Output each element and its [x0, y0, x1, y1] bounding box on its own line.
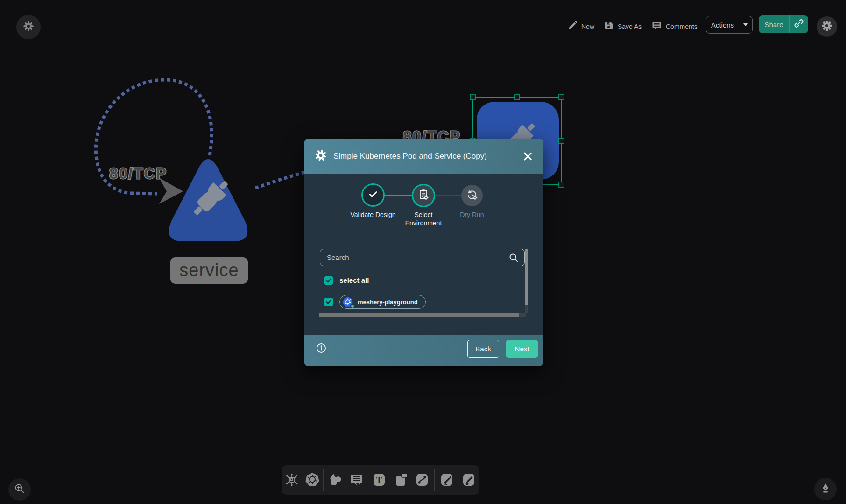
actions-caret-button[interactable]: [739, 23, 752, 26]
actions-dropdown-label: Actions: [706, 21, 739, 29]
step-dry-run: [461, 185, 483, 206]
step-connector-done: [385, 195, 412, 196]
zoom-in-button[interactable]: [8, 478, 31, 501]
fountain-pen-icon: [820, 483, 831, 496]
step-label-dry-run: Dry Run: [446, 210, 498, 219]
step-label-validate-design: Validate Design: [347, 210, 399, 219]
kubernetes-icon: [342, 296, 353, 308]
service-node-label: service: [179, 260, 239, 280]
history-gear-icon: [466, 189, 478, 203]
link-icon: [794, 18, 804, 30]
kubernetes-icon[interactable]: [304, 472, 320, 488]
modal-header: Simple Kubernetes Pod and Service (Copy): [304, 139, 543, 174]
share-button-label: Share: [759, 21, 789, 28]
step-select-environment[interactable]: [412, 184, 435, 207]
modal-body: Validate Design Select Environment Dry R…: [304, 174, 543, 335]
copy-link-button[interactable]: [790, 18, 808, 30]
environment-search-box: [320, 249, 525, 266]
sketch-icon[interactable]: [461, 472, 477, 488]
modal-footer: Back Next: [304, 335, 543, 366]
shapes-icon[interactable]: [327, 472, 343, 488]
comment-icon[interactable]: [349, 472, 365, 488]
actions-dropdown[interactable]: Actions: [706, 16, 753, 34]
meshery-design-canvas-app: 80/TCP 80/TCP service: [0, 0, 846, 504]
pencil-icon: [568, 21, 577, 32]
environment-chip[interactable]: meshery-playground: [339, 295, 426, 309]
step-validate-design[interactable]: [361, 183, 385, 207]
meshery-logo-icon: [23, 21, 34, 34]
environment-chip-label: meshery-playground: [358, 299, 418, 306]
modal-title: Simple Kubernetes Pod and Service (Copy): [333, 152, 516, 161]
toolbar-divider: [434, 469, 435, 491]
toolbar-divider: [323, 469, 324, 491]
edge-connector-icon[interactable]: [414, 472, 430, 488]
select-all-label: select all: [339, 276, 369, 285]
horizontal-scrollbar-thumb[interactable]: [319, 313, 519, 317]
meshery-logo-button[interactable]: [16, 15, 41, 39]
step-connector-pending: [435, 195, 461, 196]
new-button-label: New: [581, 23, 594, 30]
search-input[interactable]: [320, 253, 508, 261]
new-button[interactable]: New: [568, 21, 594, 33]
info-icon[interactable]: [316, 343, 326, 353]
settings-button[interactable]: [817, 16, 837, 37]
clipboard-gear-icon: [417, 189, 430, 203]
search-icon[interactable]: [508, 252, 524, 263]
gear-icon: [821, 20, 832, 33]
svg-text:T: T: [376, 475, 382, 485]
text-tool-icon[interactable]: T: [371, 472, 387, 488]
step-label-select-environment: Select Environment: [398, 210, 449, 227]
save-as-button[interactable]: Save As: [604, 21, 642, 33]
back-button[interactable]: Back: [467, 340, 499, 358]
horizontal-scrollbar-track: [319, 313, 526, 317]
vertical-scrollbar-thumb[interactable]: [525, 249, 528, 305]
environment-checkbox[interactable]: [324, 298, 333, 306]
comments-button-label: Comments: [666, 23, 698, 30]
pen-tool-icon[interactable]: [439, 472, 455, 488]
deploy-design-modal: Simple Kubernetes Pod and Service (Copy): [304, 139, 543, 366]
pen-mode-button[interactable]: [814, 478, 837, 500]
check-icon: [367, 189, 379, 202]
save-icon: [604, 21, 613, 32]
zoom-in-icon: [14, 483, 25, 496]
save-as-button-label: Save As: [618, 23, 642, 30]
share-button[interactable]: Share: [759, 15, 808, 33]
vertical-scrollbar-track: [525, 249, 528, 313]
meshery-logo-icon: [315, 149, 327, 163]
media-icon[interactable]: [394, 472, 409, 488]
comments-button[interactable]: Comments: [652, 21, 698, 33]
next-button[interactable]: Next: [506, 340, 538, 358]
edge-label-port: 80/TCP: [109, 165, 167, 182]
component-browser-icon[interactable]: [284, 472, 300, 488]
close-icon[interactable]: [522, 151, 533, 161]
caret-down-icon: [743, 23, 748, 26]
select-all-checkbox[interactable]: [324, 276, 333, 285]
comments-icon: [652, 21, 662, 32]
connection-status-dot: [350, 304, 355, 308]
